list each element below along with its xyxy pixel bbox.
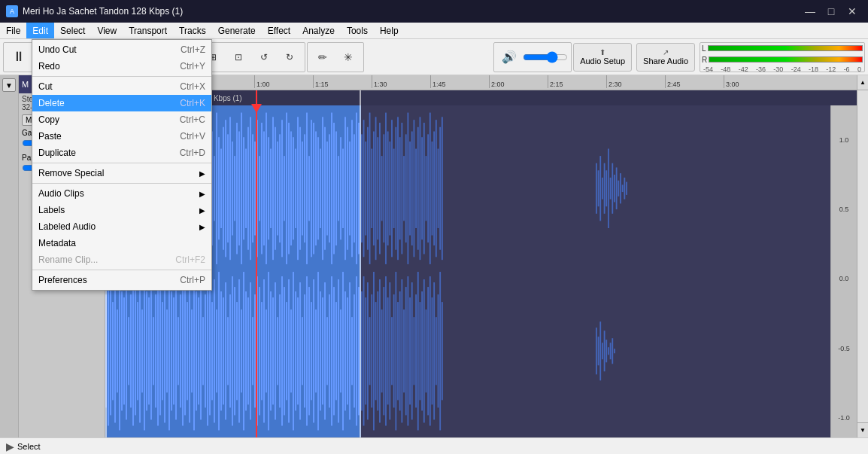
svg-rect-50 [218,137,220,239]
svg-rect-184 [137,302,138,400]
svg-rect-85 [297,117,299,260]
svg-rect-206 [187,302,188,400]
meter-R-label: R [702,56,707,64]
share-audio-button[interactable]: ↗ Share Audio [636,43,695,72]
menu-duplicate[interactable]: Duplicate Ctrl+D [32,145,211,161]
menu-metadata[interactable]: Metadata [32,235,211,251]
share-label: Share Audio [643,56,688,66]
svg-rect-273 [338,279,339,422]
metadata-label: Metadata [38,238,205,248]
svg-rect-267 [324,282,326,419]
selection-end-line [360,90,361,437]
svg-rect-115 [365,142,366,236]
meter-L-label: L [702,44,706,53]
svg-rect-217 [211,302,213,400]
scroll-up-btn[interactable]: ▲ [857,75,868,90]
svg-rect-175 [117,309,118,392]
redo-label: Redo [38,61,165,72]
menu-tools[interactable]: Tools [341,23,374,38]
svg-rect-190 [150,282,152,419]
audio-setup-button[interactable]: ⬆ Audio Setup [573,43,632,72]
svg-rect-158 [604,163,605,214]
svg-rect-323 [442,302,443,400]
svg-rect-171 [108,276,109,425]
svg-rect-117 [369,113,371,264]
ruler-2:45: 2:45 [665,75,681,88]
svg-rect-325 [598,337,599,365]
menu-labels[interactable]: Labels ▶ [32,202,211,218]
svg-rect-201 [175,282,177,419]
scroll-down-btn[interactable]: ▼ [857,422,868,437]
svg-rect-168 [624,178,625,200]
svg-rect-77 [279,134,281,242]
close-button[interactable]: ✕ [842,4,862,19]
svg-rect-231 [243,272,244,430]
menu-tracks[interactable]: Tracks [173,23,212,38]
menu-effect[interactable]: Effect [262,23,296,38]
menu-delete[interactable]: Delete Ctrl+K [32,95,211,111]
svg-rect-74 [272,117,274,260]
svg-rect-315 [426,309,427,392]
svg-rect-139 [414,120,415,257]
svg-rect-276 [344,291,346,410]
svg-rect-148 [432,142,433,236]
svg-rect-114 [363,120,365,257]
zoom-sel-button[interactable]: ⊡ [226,45,250,69]
menu-copy[interactable]: Copy Ctrl+C [32,111,211,128]
svg-rect-199 [171,291,172,410]
svg-rect-68 [259,156,260,221]
svg-rect-309 [414,317,415,385]
pause-button[interactable]: ⏸ [7,45,31,69]
menu-select[interactable]: Select [54,23,91,38]
menu-remove-special[interactable]: Remove Special ▶ [32,165,211,181]
menu-rename-clip[interactable]: Rename Clip... Ctrl+F2 [32,251,211,268]
menu-redo[interactable]: Redo Ctrl+Y [32,58,211,75]
svg-rect-223 [225,282,226,419]
svg-rect-219 [216,309,217,392]
svg-rect-101 [333,123,335,254]
menu-file[interactable]: File [0,23,26,38]
svg-rect-176 [119,272,120,430]
svg-rect-95 [320,149,321,228]
draw-button[interactable]: ✏ [311,45,335,69]
maximize-button[interactable]: □ [821,4,841,19]
menu-generate[interactable]: Generate [212,23,262,38]
y-label-half: 0.5 [839,206,849,213]
svg-rect-140 [415,149,417,228]
remove-special-arrow: ▶ [199,169,205,178]
menu-audio-clips[interactable]: Audio Clips ▶ [32,185,211,202]
labeled-audio-arrow: ▶ [199,223,205,231]
svg-rect-64 [250,117,251,260]
svg-rect-222 [223,297,224,404]
waveform-track-title: Meri Ho Ja Sachet Tandon 128 Kbps (1) [105,90,857,105]
menu-help[interactable]: Help [374,23,405,38]
svg-rect-209 [193,272,195,430]
multi-button[interactable]: ✳ [336,45,360,69]
menu-edit[interactable]: Edit [26,23,54,38]
zoom-fwd-button[interactable]: ↻ [278,45,302,69]
volume-icon[interactable]: 🔊 [497,45,521,69]
menu-view[interactable]: View [91,23,123,38]
cut-label: Cut [38,81,165,92]
svg-rect-211 [198,297,199,404]
svg-rect-260 [308,287,310,415]
svg-rect-60 [241,113,242,264]
collapse-button[interactable]: ▼ [2,78,16,92]
svg-rect-226 [232,276,233,425]
vertical-scrollbar[interactable]: ▲ ▼ [857,75,868,437]
menu-transport[interactable]: Transport [123,23,173,38]
menu-preferences[interactable]: Preferences Ctrl+P [32,272,211,288]
zoom-back-button[interactable]: ↺ [252,45,276,69]
minimize-button[interactable]: — [800,4,820,19]
menu-labeled-audio[interactable]: Labeled Audio ▶ [32,218,211,235]
svg-rect-96 [322,117,323,260]
menu-analyze[interactable]: Analyze [296,23,341,38]
menu-paste[interactable]: Paste Ctrl+V [32,128,211,145]
svg-rect-118 [371,149,372,228]
volume-slider[interactable] [523,51,568,63]
svg-rect-185 [139,279,141,422]
scroll-track[interactable] [857,90,868,422]
menu-cut[interactable]: Cut Ctrl+X [32,78,211,95]
menu-undo-cut[interactable]: Undo Cut Ctrl+Z [32,41,211,58]
svg-rect-146 [427,134,429,242]
